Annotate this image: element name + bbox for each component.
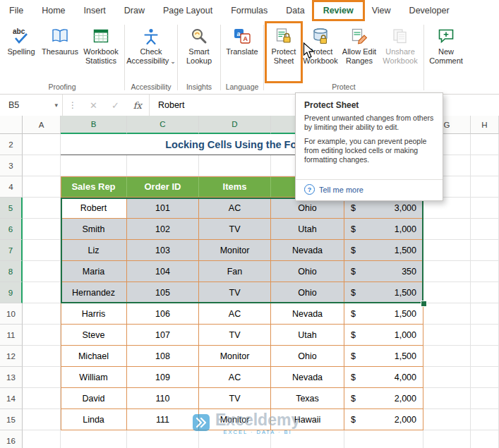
cell-F7[interactable]: $1,500 [344,240,423,261]
cell-B6[interactable]: Smith [61,219,127,240]
cell-D9[interactable]: TV [199,282,271,303]
cell-C5[interactable]: 101 [127,198,199,219]
row-header-2[interactable]: 2 [0,134,23,155]
row-header-6[interactable]: 6 [0,219,23,240]
row-header-16[interactable]: 16 [0,430,23,448]
cell-F11[interactable]: $1,000 [344,325,423,346]
tab-data[interactable]: Data [277,2,313,19]
cell-F9[interactable]: $1,500 [344,282,423,303]
row-header-13[interactable]: 13 [0,367,23,388]
column-header-H[interactable]: H [471,116,499,134]
tab-draw[interactable]: Draw [115,2,154,19]
cell-E7[interactable]: Nevada [271,240,344,261]
tab-developer[interactable]: Developer [400,2,459,19]
name-box[interactable]: B5 ▾ [0,95,62,116]
cell-B7[interactable]: Liz [61,240,127,261]
row-header-10[interactable]: 10 [0,303,23,325]
column-header-A[interactable]: A [23,116,61,134]
cell-C15[interactable]: 111 [127,409,199,430]
cell-C6[interactable]: 102 [127,219,199,240]
cell-F13[interactable]: $4,000 [344,367,423,388]
row-header-14[interactable]: 14 [0,388,23,409]
row-header-15[interactable]: 15 [0,409,23,430]
cell-E12[interactable]: Ohio [271,346,344,367]
row-header-4[interactable]: 4 [0,176,23,198]
cell-C12[interactable]: 108 [127,346,199,367]
column-header-C[interactable]: C [127,116,199,134]
cell-C13[interactable]: 109 [127,367,199,388]
cell-B12[interactable]: Michael [61,346,127,367]
row-header-5[interactable]: 5 [0,198,23,219]
column-header-B[interactable]: B [61,116,127,134]
cell-B11[interactable]: Steve [61,325,127,346]
cell-B13[interactable]: William [61,367,127,388]
cell-D5[interactable]: AC [199,198,271,219]
cell-B5[interactable]: Robert [61,198,127,219]
cell-F10[interactable]: $1,500 [344,303,423,325]
cell-B15[interactable]: Linda [61,409,127,430]
tell-me-more-link[interactable]: Tell me more [319,186,363,194]
column-header-D[interactable]: D [199,116,271,134]
cell-E9[interactable]: Ohio [271,282,344,303]
protect-workbook-button[interactable]: Protect Workbook [301,23,339,82]
fill-handle[interactable] [421,301,427,307]
cell-F15[interactable]: $2,000 [344,409,423,430]
row-header-7[interactable]: 7 [0,240,23,261]
cell-C14[interactable]: 110 [127,388,199,409]
amount: 2,000 [395,394,416,404]
tab-page-layout[interactable]: Page Layout [154,2,222,19]
cell-D7[interactable]: Monitor [199,240,271,261]
select-all-corner[interactable] [0,116,23,134]
cell-F6[interactable]: $1,000 [344,219,423,240]
row-header-8[interactable]: 8 [0,261,23,282]
row-header-12[interactable]: 12 [0,346,23,367]
cell-D10[interactable]: AC [199,303,271,325]
cell-D14[interactable]: TV [199,388,271,409]
group-label-proofing: Proofing [2,82,122,94]
row-header-11[interactable]: 11 [0,325,23,346]
cell-F12[interactable]: $1,500 [344,346,423,367]
protect-sheet-button[interactable]: Protect Sheet [266,23,301,82]
row-header-3[interactable]: 3 [0,155,23,176]
tab-file[interactable]: File [0,2,32,19]
cell-C10[interactable]: 106 [127,303,199,325]
cell-E6[interactable]: Utah [271,219,344,240]
translate-button[interactable]: aA Translate [223,23,261,82]
cell-E11[interactable]: Utah [271,325,344,346]
cell-D13[interactable]: AC [199,367,271,388]
cell-E13[interactable]: Nevada [271,367,344,388]
cell-E14[interactable]: Texas [271,388,344,409]
allow-edit-ranges-button[interactable]: Allow Edit Ranges [339,23,379,82]
smart-lookup-button[interactable]: Smart Lookup [180,23,218,82]
thesaurus-button[interactable]: Thesaurus [40,23,80,82]
check-accessibility-button[interactable]: Check Accessibility⌄ [127,23,175,82]
cell-D8[interactable]: Fan [199,261,271,282]
insert-function-icon[interactable]: fx [126,100,149,111]
cell-F14[interactable]: $2,000 [344,388,423,409]
cell-D11[interactable]: TV [199,325,271,346]
tab-insert[interactable]: Insert [75,2,115,19]
cell-B14[interactable]: David [61,388,127,409]
spelling-button[interactable]: abc Spelling [2,23,40,82]
cell-E10[interactable]: Nevada [271,303,344,325]
cell-D6[interactable]: TV [199,219,271,240]
cell-C9[interactable]: 105 [127,282,199,303]
cell-C8[interactable]: 104 [127,261,199,282]
cell-D12[interactable]: Monitor [199,346,271,367]
cell-F8[interactable]: $350 [344,261,423,282]
tab-formulas[interactable]: Formulas [222,2,277,19]
tab-view[interactable]: View [363,2,400,19]
cell-C11[interactable]: 107 [127,325,199,346]
cell-B8[interactable]: Maria [61,261,127,282]
cell-C7[interactable]: 103 [127,240,199,261]
cell-B9[interactable]: Hernandez [61,282,127,303]
new-comment-button[interactable]: New Comment [426,23,466,82]
tab-home[interactable]: Home [32,2,74,19]
name-box-dropdown-icon[interactable]: ▾ [54,102,58,109]
formula-bar-handle-icon[interactable]: ⋮ [62,95,83,116]
cell-E8[interactable]: Ohio [271,261,344,282]
tab-review[interactable]: Review [314,2,363,19]
cell-B10[interactable]: Harris [61,303,127,325]
row-header-9[interactable]: 9 [0,282,23,303]
workbook-statistics-button[interactable]: Workbook Statistics [80,23,122,82]
